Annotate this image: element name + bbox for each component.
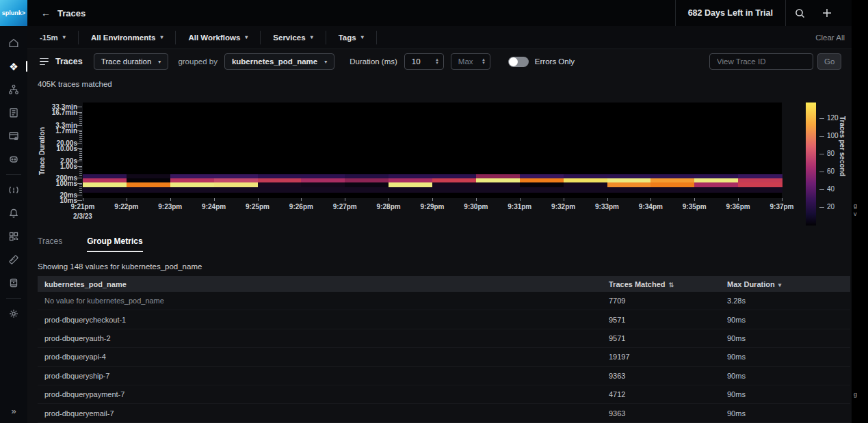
column-header-traces-matched[interactable]: Traces Matched⇅ xyxy=(609,280,727,288)
x-tick-mark xyxy=(389,198,389,201)
colorbar-tick: 120 xyxy=(819,114,839,122)
table-cell: 7709 xyxy=(609,297,727,305)
filter--15m[interactable]: -15m▾ xyxy=(27,31,79,44)
x-tick-mark xyxy=(694,198,695,201)
view-trace-id-input[interactable] xyxy=(709,53,813,70)
sidebar-item-apm[interactable]: ❖ xyxy=(0,55,27,78)
y-minor-tick xyxy=(79,171,82,172)
colorbar-tick: 20 xyxy=(819,203,834,210)
errors-only-toggle[interactable] xyxy=(508,57,529,67)
metrics-icon xyxy=(8,254,20,266)
add-button[interactable] xyxy=(813,0,841,26)
chevron-down-icon: ▾ xyxy=(245,34,248,40)
back-arrow-icon[interactable]: ← xyxy=(41,8,51,18)
splunk-logo[interactable]: splunk> xyxy=(0,0,27,26)
y-minor-tick xyxy=(79,139,82,140)
duration-min-input[interactable] xyxy=(412,57,432,66)
colorbar-tick: 100 xyxy=(819,132,839,139)
trace-duration-dropdown[interactable]: Trace duration ▾ xyxy=(94,53,169,70)
duration-min-stepper: ▲▼ xyxy=(404,53,444,70)
sidebar-item-metrics[interactable] xyxy=(0,248,27,271)
table-cell: prod-dbqueryapi-4 xyxy=(38,353,609,361)
synthetics-icon xyxy=(8,153,20,165)
sidebar-item-home[interactable] xyxy=(0,31,27,55)
y-minor-tick xyxy=(79,113,82,113)
sidebar-item-log-observer[interactable] xyxy=(0,101,27,124)
stepper-arrows-icon[interactable]: ▲▼ xyxy=(435,58,439,65)
heatmap-plot[interactable] xyxy=(83,103,782,198)
table-cell: 9571 xyxy=(609,334,727,342)
table-row[interactable]: prod-dbqueryemail-7936390ms xyxy=(38,404,850,422)
active-indicator xyxy=(26,61,27,72)
clear-all-button[interactable]: Clear All xyxy=(815,33,845,42)
colorbar xyxy=(806,103,816,226)
sidebar-item-dashboards[interactable] xyxy=(0,225,27,248)
sidebar-item-incidents[interactable] xyxy=(0,178,27,202)
dashboards-icon xyxy=(8,230,20,243)
chevron-down-icon: ▾ xyxy=(311,34,313,40)
column-header-max-duration[interactable]: Max Duration▾ xyxy=(727,280,850,288)
traces-title: Traces xyxy=(55,57,83,66)
table-row[interactable]: prod-dbqueryship-7936390ms xyxy=(38,367,850,385)
table-row[interactable]: prod-dbquerypayment-7471290ms xyxy=(38,385,850,404)
table-row[interactable]: prod-dbqueryauth-2957190ms xyxy=(38,329,850,348)
table-cell: 90ms xyxy=(727,372,850,380)
y-minor-tick xyxy=(79,173,82,174)
x-tick-label: 9:28pm xyxy=(377,203,401,210)
y-minor-tick xyxy=(79,135,82,136)
stepper-arrows-icon[interactable]: ▲▼ xyxy=(482,58,486,65)
sidebar-item-settings[interactable] xyxy=(0,302,27,325)
table-row[interactable]: prod-dbquerycheckout-1957190ms xyxy=(38,310,850,329)
duration-max-input[interactable] xyxy=(458,57,479,66)
x-tick-mark xyxy=(345,198,345,201)
filter-tags[interactable]: Tags▾ xyxy=(326,31,377,44)
app-root: splunk> ❖ xyxy=(0,0,868,423)
table-cell: 90ms xyxy=(727,390,850,398)
sidebar-item-infrastructure[interactable] xyxy=(0,78,27,101)
sort-icon: ▾ xyxy=(778,282,782,288)
filter-services[interactable]: Services▾ xyxy=(261,31,326,44)
home-icon xyxy=(8,37,20,49)
x-tick-mark xyxy=(83,198,83,201)
table-cell: prod-dbqueryauth-2 xyxy=(38,334,609,342)
table-cell: 19197 xyxy=(609,353,727,361)
sidebar-item-rum[interactable] xyxy=(0,124,27,148)
sidebar-item-data-management[interactable] xyxy=(0,271,27,295)
x-tick-label: 9:21pm xyxy=(70,203,94,210)
filter-all-workflows[interactable]: All Workflows▾ xyxy=(176,31,261,44)
y-tick-label: 1.00s xyxy=(60,163,77,170)
search-icon xyxy=(794,8,806,19)
sidebar-item-synthetics[interactable] xyxy=(0,148,27,171)
right-edge-strip: gvg xyxy=(852,0,868,423)
y-tick-label: 1.7min xyxy=(55,127,77,135)
x-tick-label: 9:36pm xyxy=(726,203,750,210)
filter-funnel-icon[interactable] xyxy=(40,58,49,66)
plus-icon xyxy=(821,8,832,18)
x-tick-mark xyxy=(738,198,739,201)
table-cell: No value for kubernetes_pod_name xyxy=(38,297,609,305)
y-minor-tick xyxy=(79,175,82,176)
tab-group-metrics[interactable]: Group Metrics xyxy=(87,236,142,252)
sidebar-collapse-button[interactable]: » xyxy=(0,406,27,416)
y-minor-tick xyxy=(79,186,82,187)
x-tick-mark xyxy=(170,198,171,201)
x-tick-label: 9:35pm xyxy=(683,203,707,210)
toggle-knob xyxy=(509,57,518,66)
table-row[interactable]: prod-dbqueryapi-41919790ms xyxy=(38,348,850,366)
filter-all-environments[interactable]: All Environments▾ xyxy=(79,31,176,44)
search-button[interactable] xyxy=(786,0,813,26)
column-header-name[interactable]: kubernetes_pod_name xyxy=(38,280,609,288)
sidebar-item-alerts[interactable] xyxy=(0,202,27,225)
sidebar-divider xyxy=(6,298,21,299)
tab-traces[interactable]: Traces xyxy=(38,236,62,252)
y-tick-mark xyxy=(77,161,82,161)
content-area: 405K traces matched Trace Duration 33.3m… xyxy=(27,74,868,423)
y-tick-label: 16.7min xyxy=(52,109,77,116)
go-button[interactable]: Go xyxy=(817,53,841,70)
table-row[interactable]: No value for kubernetes_pod_name77093.28… xyxy=(38,292,850,310)
duration-label: Duration (ms) xyxy=(350,57,397,66)
table-cell: 3.28s xyxy=(727,297,850,305)
group-field-dropdown[interactable]: kubernetes_pod_name ▾ xyxy=(224,53,334,70)
y-tick-label: 100ms xyxy=(56,180,77,187)
edge-text-fragment: g xyxy=(854,202,857,209)
